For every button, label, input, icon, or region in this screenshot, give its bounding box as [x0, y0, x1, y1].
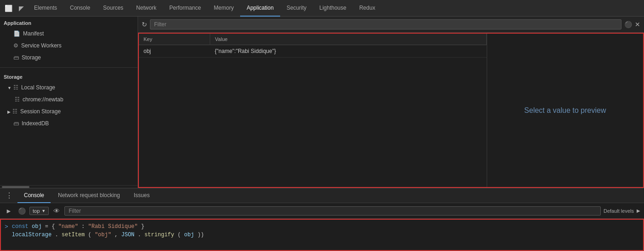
console-output: > const obj = { "name" : "Rabi Siddique"…	[0, 219, 644, 251]
bottom-tab-bar: ⋮ Console Network request blocking Issue…	[0, 188, 644, 203]
local-storage-table: Key Value obj {"name":"Rabi Siddique"}	[139, 34, 487, 58]
console-line-1: > const obj = { "name" : "Rabi Siddique"…	[5, 222, 639, 240]
table-container: Key Value obj {"name":"Rabi Siddique"} S…	[138, 33, 644, 188]
sidebar-scroll: Application 📄 Manifest ⚙ Service Workers…	[0, 17, 138, 185]
tab-network[interactable]: Network	[130, 0, 163, 17]
more-options-button[interactable]: ⋮	[2, 191, 17, 200]
default-levels-label[interactable]: Default levels	[604, 208, 634, 214]
code-line-2: localStorage . setItem ( "obj" , JSON . …	[12, 231, 204, 239]
tab-security[interactable]: Security	[280, 0, 313, 17]
chevron-local-storage-icon	[7, 84, 13, 91]
console-prompt-icon: >	[5, 222, 8, 232]
console-filter-input[interactable]	[64, 206, 601, 216]
storage-section: Storage ☷ Local Storage ☷ chrome://newta…	[0, 67, 138, 129]
filter-input[interactable]	[150, 19, 621, 29]
tab-application[interactable]: Application	[240, 0, 280, 17]
table-cell-key: obj	[139, 45, 210, 58]
preview-area: Select a value to preview	[487, 34, 643, 187]
chevron-session-storage-icon	[7, 108, 12, 115]
block-console-icon[interactable]: ⚫	[17, 206, 27, 216]
tab-sources[interactable]: Sources	[97, 0, 130, 17]
tab-redux[interactable]: Redux	[353, 0, 382, 17]
filter-bar: ↻ ⚫ ✕	[138, 17, 644, 33]
application-section-title: Application	[0, 17, 138, 28]
content-area: ↻ ⚫ ✕ Key Value obj {	[138, 17, 644, 188]
device-toggle-icon[interactable]: ◤	[15, 2, 28, 15]
col-key-header: Key	[139, 34, 210, 45]
tab-console[interactable]: Console	[63, 0, 97, 17]
top-tab-bar: ⬜ ◤ Elements Console Sources Network Per…	[0, 0, 644, 17]
preview-hint: Select a value to preview	[524, 106, 606, 115]
grid-session-icon: ☷	[12, 108, 17, 115]
eye-icon[interactable]: 👁	[52, 206, 62, 216]
sidebar-item-session-storage[interactable]: ☷ Session Storage	[0, 105, 138, 117]
tab-performance[interactable]: Performance	[163, 0, 207, 17]
sidebar-item-chrome-newtab[interactable]: ☷ chrome://newtab	[0, 93, 138, 105]
context-label: top	[33, 208, 40, 214]
sidebar-item-local-storage[interactable]: ☷ Local Storage	[0, 82, 138, 93]
tab-memory[interactable]: Memory	[207, 0, 240, 17]
tab-elements[interactable]: Elements	[28, 0, 63, 17]
main-area: Application 📄 Manifest ⚙ Service Workers…	[0, 17, 644, 188]
db-icon: 🗃	[13, 120, 19, 127]
storage-table: Key Value obj {"name":"Rabi Siddique"}	[139, 34, 487, 187]
grid-small-icon: ☷	[15, 96, 20, 103]
block-icon[interactable]: ⚫	[624, 21, 632, 28]
sidebar-item-manifest[interactable]: 📄 Manifest	[0, 28, 138, 40]
database-icon: 🗃	[13, 54, 19, 61]
bottom-tab-network-blocking[interactable]: Network request blocking	[52, 188, 126, 203]
table-row[interactable]: obj {"name":"Rabi Siddique"}	[139, 45, 487, 58]
sidebar: Application 📄 Manifest ⚙ Service Workers…	[0, 17, 138, 188]
bottom-tab-console[interactable]: Console	[17, 188, 51, 203]
file-icon: 📄	[13, 30, 20, 37]
console-toolbar: ► ⚫ top ▼ 👁 Default levels ▶	[0, 203, 644, 219]
chevron-down-icon: ▼	[41, 209, 46, 213]
close-icon[interactable]: ✕	[635, 21, 640, 28]
bottom-tab-issues[interactable]: Issues	[127, 188, 156, 203]
storage-section-title: Storage	[0, 70, 138, 82]
gear-icon: ⚙	[13, 42, 18, 49]
sidebar-item-service-workers[interactable]: ⚙ Service Workers	[0, 40, 138, 52]
cursor-icon[interactable]: ⬜	[2, 2, 15, 15]
sidebar-item-storage-top[interactable]: 🗃 Storage	[0, 52, 138, 64]
grid-icon: ☷	[13, 84, 18, 91]
context-select[interactable]: top ▼	[29, 207, 49, 215]
sidebar-item-indexed-db[interactable]: 🗃 IndexedDB	[0, 117, 138, 129]
tab-lighthouse[interactable]: Lighthouse	[313, 0, 353, 17]
code-line-1: const obj = { "name" : "Rabi Siddique" }	[12, 222, 204, 231]
col-value-header: Value	[210, 34, 487, 45]
bottom-section: ⋮ Console Network request blocking Issue…	[0, 188, 644, 251]
default-levels-arrow-icon[interactable]: ▶	[637, 208, 640, 213]
console-code-block: const obj = { "name" : "Rabi Siddique" }…	[12, 222, 204, 239]
refresh-button[interactable]: ↻	[142, 21, 147, 28]
table-cell-value: {"name":"Rabi Siddique"}	[210, 45, 487, 58]
execute-icon[interactable]: ►	[4, 206, 14, 216]
